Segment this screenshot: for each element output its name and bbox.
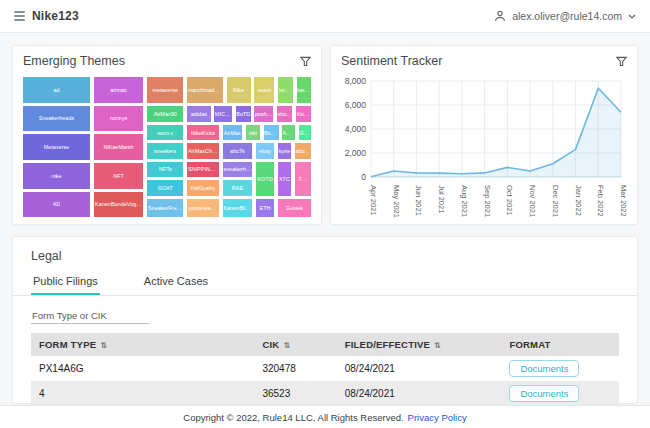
treemap-tile[interactable]: KanenBlinds <box>222 198 254 218</box>
treemap-tile-label: BoTD <box>236 111 250 117</box>
treemap-tile[interactable]: metaverse <box>146 76 184 104</box>
treemap-tile[interactable]: ETH <box>255 198 275 218</box>
treemap-tile[interactable]: abonart <box>294 142 312 160</box>
treemap-tile[interactable]: NiKaeMarsh <box>93 133 145 161</box>
sort-icon[interactable]: ⇅ <box>100 341 107 350</box>
documents-button[interactable]: Documents <box>509 360 579 377</box>
treemap-tile[interactable]: AD <box>22 191 91 218</box>
treemap-tile-label: abonart <box>295 148 310 154</box>
treemap-tile[interactable]: Nike <box>226 76 252 104</box>
svg-text:4,000: 4,000 <box>345 124 367 134</box>
treemap-tile[interactable]: SNIPPIN_KI_KI <box>186 161 220 179</box>
privacy-policy-link[interactable]: Privacy Policy <box>408 412 467 423</box>
user-menu[interactable]: alex.oliver@rule14.com <box>494 10 636 22</box>
treemap-tile[interactable]: Metaverse <box>22 133 91 161</box>
sentiment-tracker-card: Sentiment Tracker 02,0004,0006,0008,000A… <box>330 45 638 225</box>
treemap-tile-label: Givenchy <box>299 130 311 136</box>
topbar: Nike123 alex.oliver@rule14.com <box>0 0 650 33</box>
treemap-tile[interactable]: NikeKicks <box>186 124 220 142</box>
treemap-tile[interactable]: nike <box>22 162 91 190</box>
treemap-tile[interactable]: sneakerhead <box>222 161 254 179</box>
treemap-tile[interactable]: ad <box>22 76 91 104</box>
treemap-tile[interactable]: marchmadness <box>186 76 224 104</box>
user-email: alex.oliver@rule14.com <box>512 10 622 22</box>
emerging-themes-header: Emerging Themes <box>13 46 321 73</box>
treemap-tile[interactable]: KOTD <box>255 161 275 197</box>
treemap-tile[interactable]: nonnys <box>93 105 145 133</box>
tab-active-cases[interactable]: Active Cases <box>142 271 210 295</box>
treemap-tile-label: ebay <box>259 148 271 154</box>
treemap-tile[interactable]: worn c <box>146 124 184 142</box>
filter-icon[interactable] <box>300 56 311 67</box>
treemap-tile[interactable]: Sneakerheads <box>22 105 91 133</box>
treemap-tile[interactable]: hoodie… <box>277 76 294 104</box>
treemap-tile-label: abc7k <box>230 148 245 154</box>
treemap-tile-label: Gustek <box>286 205 303 211</box>
x-axis-label: Aug 2021 <box>460 185 469 217</box>
legal-tabs: Public Filings Active Cases <box>13 271 637 296</box>
treemap-tile[interactable]: Givenchy <box>298 124 313 142</box>
treemap-tile[interactable]: MICSort <box>213 105 233 123</box>
treemap-tile[interactable]: airmax <box>93 76 145 104</box>
x-axis-label: Jul 2021 <box>437 185 446 213</box>
tab-public-filings[interactable]: Public Filings <box>31 271 100 295</box>
treemap-tile-label: NFTs <box>159 166 172 172</box>
column-header-form-type[interactable]: FORM TYPE⇅ <box>31 333 254 356</box>
treemap-tile[interactable]: sneakers <box>146 142 184 160</box>
x-axis-label: May 2021 <box>392 185 401 218</box>
treemap-tile-label: Kicks… <box>297 111 311 117</box>
filings-table-header-row: FORM TYPE⇅CIK⇅FILED/EFFECTIVE⇅FORMAT <box>31 333 619 356</box>
column-header-cik[interactable]: CIK⇅ <box>254 333 336 356</box>
treemap-tile[interactable]: Kicks… <box>295 105 312 123</box>
sort-icon[interactable]: ⇅ <box>283 341 290 350</box>
treemap-tile[interactable]: kyrie <box>277 142 293 160</box>
treemap-tile[interactable]: HalGyalxy <box>186 179 220 197</box>
treemap-tile[interactable]: AirMaxChallenge <box>186 142 220 160</box>
treemap-tile[interactable]: Gustek <box>277 198 312 218</box>
brand-name: Nike123 <box>32 9 79 23</box>
column-header-filed-effective[interactable]: FILED/EFFECTIVE⇅ <box>337 333 502 356</box>
treemap-tile[interactable]: AYRAB <box>281 124 296 142</box>
treemap-tile-label: kyrie <box>279 148 291 154</box>
treemap-tile-label: poshmark <box>255 111 273 117</box>
treemap-tile[interactable]: NFT <box>93 162 145 190</box>
x-axis-label: Dec 2021 <box>551 185 560 217</box>
treemap-tile[interactable]: NFTs <box>146 161 184 179</box>
treemap-tile[interactable]: shop… <box>276 105 293 123</box>
treemap-tile[interactable]: niki <box>245 124 261 142</box>
treemap-tile[interactable]: abc7k <box>222 142 254 160</box>
treemap-tile[interactable]: XTC <box>277 161 293 197</box>
treemap-tile[interactable]: F… <box>294 161 312 197</box>
documents-button[interactable]: Documents <box>509 385 579 402</box>
treemap-tile[interactable]: poshmark <box>253 105 274 123</box>
treemap-tile-label: KanenBlinds <box>223 205 251 211</box>
svg-text:0: 0 <box>361 172 366 182</box>
sort-icon[interactable]: ⇅ <box>434 341 441 350</box>
treemap-tile[interactable]: adidas <box>186 105 212 123</box>
legal-title: Legal <box>13 237 637 271</box>
menu-icon[interactable] <box>14 11 25 21</box>
treemap-tile[interactable]: AirMax <box>222 124 243 142</box>
treemap-tile-label: marchmadness <box>188 87 222 93</box>
treemap-tile[interactable]: RAE <box>222 179 254 197</box>
treemap-tile[interactable]: event <box>253 76 275 104</box>
form-type-cik-input[interactable] <box>31 308 149 324</box>
treemap-tile[interactable]: yoursneaker… <box>186 198 220 218</box>
treemap-tile[interactable]: KanenBundeVogueAsn <box>93 191 145 218</box>
format-cell: Documents <box>501 381 619 406</box>
treemap-tile[interactable]: SneakerFreakerTalk <box>146 198 184 218</box>
treemap-tile-label: MICSort <box>215 111 232 117</box>
form-type-cell: 4 <box>31 381 254 406</box>
treemap-tile-label: ETH <box>260 205 271 211</box>
treemap-tile[interactable]: BoTD <box>235 105 252 123</box>
svg-text:8,000: 8,000 <box>345 76 367 86</box>
filter-icon[interactable] <box>616 56 627 67</box>
emerging-themes-title: Emerging Themes <box>23 54 125 68</box>
sentiment-chart-svg: 02,0004,0006,0008,000Apr 2021May 2021Jun… <box>333 73 629 223</box>
treemap-tile[interactable]: ebay <box>255 142 275 160</box>
treemap-tile[interactable]: fashion <box>296 76 312 104</box>
treemap-tile[interactable]: AirMax90 <box>146 105 184 123</box>
treemap-tile[interactable]: Bitcoin <box>263 124 280 142</box>
treemap-tile[interactable]: GOAT <box>146 179 184 197</box>
treemap-tile-label: Metaverse <box>44 144 70 150</box>
